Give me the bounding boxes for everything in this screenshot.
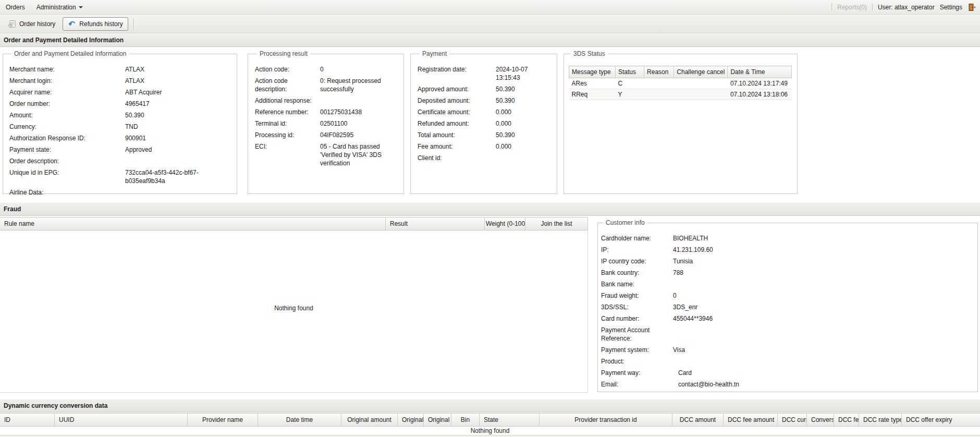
field-label: IP country code: [601,257,673,265]
field-airline-data: Airline Data: [9,187,231,198]
field-email: Email:contact@bio-health.tn [601,379,972,390]
field-acquirer-name: Acquirer name:ABT Acquirer [9,87,231,98]
field-value: BIOHEALTH [673,234,972,242]
field-value: 3DS_enr [673,303,972,311]
field-value: 04IF082595 [320,131,398,139]
field-label: Payment way: [601,369,673,377]
field-fee-amount: Fee amount:0.000 [418,141,552,152]
field-payment-way: Payment way:Card [601,367,972,379]
field-label: 3DS/SSL: [601,303,673,311]
col-date-time[interactable]: Date time [258,414,341,426]
col-challenge-cancel[interactable]: Challenge cancel [674,66,728,78]
col-rule-name[interactable]: Rule name [0,217,386,230]
col-original-currency[interactable]: Original c [424,414,451,426]
cell-date-time: 07.10.2024 13:17:49 [728,78,792,89]
field-label: Bank country: [601,269,673,277]
field-value: 732cca04-a5f3-442c-bf67-b035eaf9b34a [125,168,231,185]
field-reference-number: Reference number:001275031438 [255,106,398,118]
field-payment-account-reference: Payment Account Reference: [601,324,972,344]
col-state[interactable]: State [480,414,540,426]
field-label: Acquirer name: [9,88,125,96]
field-refunded-amount: Refunded amount:0.000 [418,118,552,129]
cell-reason [644,89,674,100]
col-result[interactable]: Result [386,217,485,230]
three-ds-table: Message type Status Reason Challenge can… [569,66,792,100]
col-original-amount[interactable]: Original amount [341,414,398,426]
field-amount: Amount:50.390 [9,110,231,121]
field-deposited-amount: Deposited amount:50.390 [418,95,552,106]
field-label: Payment system: [601,346,673,354]
dcc-empty-message: Nothing found [0,427,980,435]
field-value: 0: Request processed successfully [320,77,398,93]
refund-arrow-icon [68,20,76,28]
col-original-fee[interactable]: Original f [398,414,424,426]
col-uuid[interactable]: UUID [55,414,188,426]
tab-order-history[interactable]: Order history [3,17,60,31]
processing-result-legend: Processing result [257,50,310,57]
field-unique-id-epg: Unique id in EPG:732cca04-a5f3-442c-bf67… [9,167,231,187]
col-reason[interactable]: Reason [644,66,674,78]
field-label: Fee amount: [418,142,496,151]
field-payment-system: Payment system:Visa [601,344,972,356]
col-dcc-amount[interactable]: DCC amount [672,414,724,426]
section-header-dcc: Dynamic currency conversion data [0,399,980,412]
field-value: TND [125,123,231,131]
field-action-code-description: Action code description:0: Request proce… [255,75,398,95]
col-dcc-rate-type[interactable]: DCC rate type [859,414,902,426]
field-label: Processing id: [255,131,320,139]
col-id[interactable]: ID [0,414,55,426]
field-label: Merchant login: [9,77,125,85]
col-provider-transaction-id[interactable]: Provider transaction id [540,414,672,426]
table-row[interactable]: ARes C 07.10.2024 13:17:49 [569,78,792,89]
tab-refunds-history[interactable]: Refunds history [63,17,128,31]
field-label: Registration date: [418,65,496,74]
field-label: Amount: [9,111,125,119]
field-auth-response-id: Authorization Response ID:900901 [9,132,231,144]
col-dcc-offer-expiry[interactable]: DCC offer expiry [902,414,980,426]
field-label: Email: [601,380,673,389]
field-label: Card number: [601,314,673,323]
col-dcc-currency[interactable]: DCC curr [778,414,807,426]
field-fraud-weight: Fraud weight:0 [601,290,972,301]
door-exit-icon[interactable] [967,3,976,11]
menu-settings[interactable]: Settings [940,4,962,11]
table-row[interactable]: RReq Y 07.10.2024 13:18:06 [569,89,792,100]
field-processing-id: Processing id:04IF082595 [255,129,398,141]
cell-status: Y [615,89,644,100]
three-ds-status-fieldset: 3DS Status Message type Status Reason Ch… [564,50,798,194]
col-dcc-fee-amount[interactable]: DCC fee amount [724,414,778,426]
field-label: ECI: [255,142,320,151]
col-bin[interactable]: Bin [451,414,480,426]
cell-challenge-cancel [674,78,728,89]
field-label: Additional response: [255,96,320,105]
col-provider-name[interactable]: Provider name [188,414,258,426]
col-date-time[interactable]: Date & Time [728,66,792,78]
field-value: 50.390 [496,96,552,105]
field-terminal-id: Terminal id:02501100 [255,118,398,129]
menu-administration[interactable]: Administration [31,4,89,11]
field-label: Payment Account Reference: [601,326,673,343]
field-label: Bank name: [601,280,673,288]
col-message-type[interactable]: Message type [569,66,616,78]
field-client-id: Client id: [418,152,552,164]
toolbar: Order history Refunds history [0,15,980,33]
field-label: Total amount: [418,131,496,139]
section-header-dcc-label: Dynamic currency conversion data [4,402,107,409]
menu-orders[interactable]: Orders [0,4,31,11]
field-merchant-name: Merchant name:ATLAX [9,64,231,75]
col-conversion[interactable]: Conversi [807,414,834,426]
field-value: contact@bio-health.tn [673,380,972,389]
field-value: 0 [673,292,972,300]
chevron-down-icon [79,6,83,8]
col-weight[interactable]: Weight (0-100) [485,217,525,230]
col-status[interactable]: Status [615,66,644,78]
field-label: Client id: [418,154,496,162]
cell-reason [644,78,674,89]
col-join-the-list[interactable]: Join the list [525,217,588,230]
col-dcc-fee[interactable]: DCC fee [834,414,859,426]
section-header-order-payment-label: Order and Payment Detailed Information [4,37,124,44]
separator [872,3,873,11]
field-value: Card [673,369,972,377]
field-action-code: Action code:0 [255,64,398,75]
field-additional-response: Additional response: [255,95,398,106]
